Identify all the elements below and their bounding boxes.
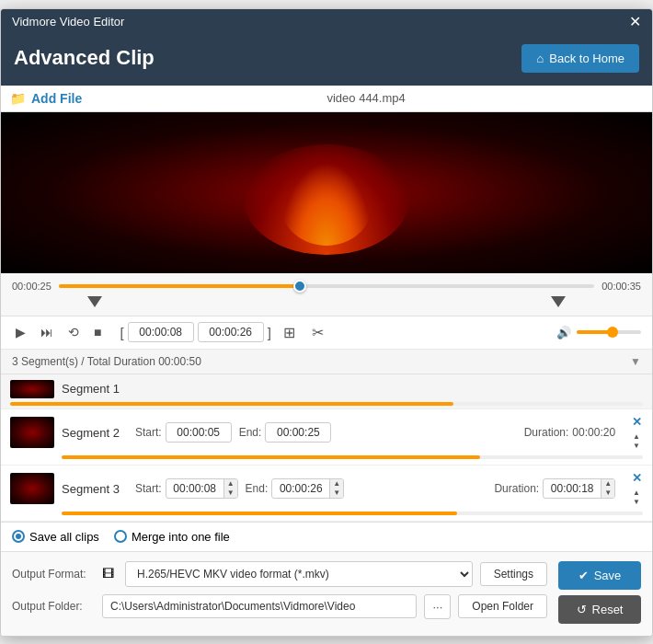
segment-3-start-down[interactable]: ▼ (224, 489, 237, 498)
segment-3-end-input[interactable]: 00:00:26 ▲ ▼ (271, 478, 344, 499)
step-forward-button[interactable]: ⏭ (37, 323, 57, 341)
volume-thumb[interactable] (607, 327, 618, 338)
segment-3-move-buttons: ▲ ▼ (630, 489, 643, 507)
trim-handles (12, 292, 641, 312)
segment-3-dur-up[interactable]: ▲ (601, 479, 614, 489)
segment-2-actions: ✕ ▲ ▼ (630, 415, 643, 451)
seek-end-time: 00:00:35 (601, 281, 641, 292)
segment-3-duration-arrows: ▲ ▼ (601, 479, 614, 498)
segment-3-end-label: End: (246, 482, 269, 495)
loop-button[interactable]: ⟲ (64, 323, 83, 341)
segment-2-move-up-button[interactable]: ▲ (630, 432, 643, 442)
video-thumbnail (1, 112, 652, 273)
segment-3-move-down-button[interactable]: ▼ (630, 498, 643, 507)
segment-3-end-field: End: 00:00:26 ▲ ▼ (246, 478, 345, 499)
segment-3-thumb (10, 473, 54, 504)
segment-3-label: Segment 3 (62, 482, 128, 496)
home-icon: ⌂ (536, 52, 544, 65)
segment-2-progress-bar (62, 455, 643, 459)
page-title: Advanced Clip (14, 46, 155, 70)
video-preview (1, 112, 652, 273)
segment-2-start-field: Start: 00:00:05 (135, 422, 232, 443)
open-folder-button[interactable]: Open Folder (458, 594, 547, 618)
segment-2-duration-value: 00:00:20 (572, 426, 615, 439)
segment-3-duration-value: 00:00:18 (544, 480, 601, 497)
save-label: Save (594, 569, 622, 582)
save-all-label: Save all clips (29, 530, 99, 544)
back-home-button[interactable]: ⌂ Back to Home (521, 44, 639, 73)
segment-3-end-down[interactable]: ▼ (330, 489, 343, 498)
segment-3-duration: Duration: 00:00:18 ▲ ▼ (494, 478, 615, 499)
segments-list: Segment 1 Segment 2 Start: 00:00:05 End:… (1, 374, 652, 523)
seek-thumb[interactable] (293, 280, 306, 293)
segment-3-start-arrows: ▲ ▼ (223, 479, 237, 498)
save-options: Save all clips Merge into one file (1, 523, 652, 552)
save-button[interactable]: ✔ Save (558, 561, 641, 590)
segment-3-start-up[interactable]: ▲ (224, 479, 237, 489)
settings-button[interactable]: Settings (480, 562, 547, 586)
reset-label: Reset (592, 603, 624, 616)
segment-3-dur-down[interactable]: ▼ (601, 489, 614, 498)
folder-path-input[interactable] (102, 594, 417, 618)
stop-button[interactable]: ■ (90, 323, 105, 341)
save-all-option[interactable]: Save all clips (12, 530, 99, 544)
merge-option[interactable]: Merge into one file (114, 530, 230, 544)
segment-3-end-up[interactable]: ▲ (330, 479, 343, 489)
end-time-input[interactable]: 00:00:26 (198, 322, 264, 342)
main-window: Vidmore Video Editor ✕ Advanced Clip ⌂ B… (0, 8, 653, 637)
controls-bar: ▶ ⏭ ⟲ ■ [ 00:00:08 00:00:26 ] ⊞ ✂ 🔊 (1, 316, 652, 350)
segment-1-thumb (10, 380, 54, 398)
add-file-button[interactable]: 📁 Add File (10, 91, 82, 106)
merge-radio[interactable] (114, 530, 127, 543)
segment-3-delete-button[interactable]: ✕ (632, 471, 642, 485)
folder-label: Output Folder: (12, 600, 95, 613)
volume-track[interactable] (577, 330, 641, 334)
format-icon: 🎞 (102, 567, 114, 581)
segment-2-label: Segment 2 (62, 426, 128, 440)
segment-2-end-field: End: 00:00:25 (239, 422, 332, 443)
segment-3-start-input[interactable]: 00:00:08 ▲ ▼ (166, 478, 238, 499)
header: Advanced Clip ⌂ Back to Home (1, 35, 652, 86)
segment-2-delete-button[interactable]: ✕ (632, 415, 642, 429)
segment-2-end-input[interactable]: 00:00:25 (265, 422, 331, 443)
seek-track[interactable] (59, 284, 594, 288)
trim-handle-right[interactable] (551, 296, 566, 307)
set-end-bracket[interactable]: ] (268, 325, 271, 340)
trim-handle-left[interactable] (87, 296, 102, 307)
seek-fill (59, 284, 300, 288)
volume-area: 🔊 (556, 326, 641, 339)
segment-3-info: Segment 3 Start: 00:00:08 ▲ ▼ End: 00:00… (10, 471, 643, 507)
format-select[interactable]: H.265/HEVC MKV video format (*.mkv) (125, 561, 473, 587)
add-clip-icon[interactable]: ⊞ (279, 322, 300, 343)
seek-bar-area: 00:00:25 00:00:35 (1, 273, 652, 316)
segments-header: 3 Segment(s) / Total Duration 00:00:50 ▼ (1, 350, 652, 374)
save-all-radio[interactable] (12, 530, 25, 543)
segment-3-end-value: 00:00:26 (272, 480, 329, 497)
segment-2-start-input[interactable]: 00:00:05 (166, 422, 232, 443)
add-file-icon: 📁 (10, 91, 26, 106)
segment-2-duration: Duration: 00:00:20 (524, 426, 615, 439)
segment-3-progress-fill (62, 512, 457, 515)
scissors-icon[interactable]: ✂ (307, 322, 328, 343)
segment-1-partial: Segment 1 (1, 374, 652, 409)
set-start-bracket[interactable]: [ (120, 325, 123, 340)
close-button[interactable]: ✕ (629, 15, 641, 29)
output-bottom: Output Format: 🎞 H.265/HEVC MKV video fo… (12, 561, 641, 627)
segment-3-move-up-button[interactable]: ▲ (630, 489, 643, 498)
reset-icon: ↺ (577, 603, 587, 616)
segment-3-duration-input[interactable]: 00:00:18 ▲ ▼ (543, 478, 615, 499)
segments-summary: 3 Segment(s) / Total Duration 00:00:50 (12, 355, 201, 368)
reset-button[interactable]: ↺ Reset (558, 595, 641, 624)
file-name: video 444.mp4 (89, 91, 643, 105)
time-inputs: [ 00:00:08 00:00:26 ] (120, 322, 270, 342)
play-button[interactable]: ▶ (12, 323, 29, 341)
format-row: Output Format: 🎞 H.265/HEVC MKV video fo… (12, 561, 547, 587)
segment-3-end-arrows: ▲ ▼ (329, 479, 343, 498)
segment-2-end-label: End: (239, 426, 262, 439)
volume-icon: 🔊 (556, 326, 571, 339)
browse-folder-button[interactable]: ··· (424, 594, 451, 619)
add-file-toolbar: 📁 Add File video 444.mp4 (1, 86, 652, 112)
start-time-input[interactable]: 00:00:08 (128, 322, 194, 342)
segment-2-move-down-button[interactable]: ▼ (630, 442, 643, 451)
segment-2-row: Segment 2 Start: 00:00:05 End: 00:00:25 … (1, 409, 652, 466)
